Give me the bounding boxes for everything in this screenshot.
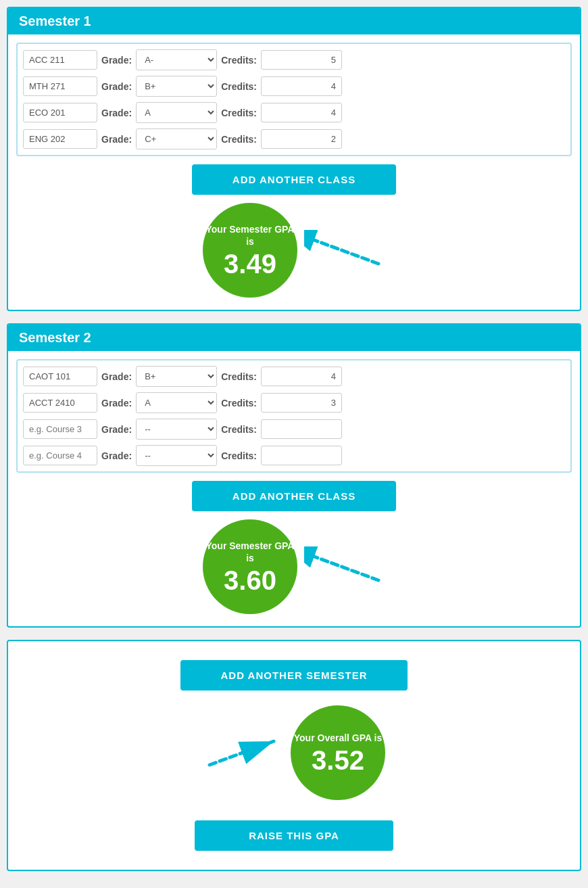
grade-select-s1-1[interactable]: A-A+AB+BB-C+CC-DF <box>136 49 217 70</box>
semester-2-gpa-section: Your Semester GPA is 3.60 <box>8 519 580 614</box>
credits-input-s1-1[interactable] <box>261 50 342 70</box>
credits-label-s2-1: Credits: <box>221 371 257 382</box>
credits-label-s1-4: Credits: <box>221 134 257 145</box>
grade-select-s2-4[interactable]: --A+AA-B+BB-C+CC-DF <box>136 445 217 466</box>
course-input-s2-3[interactable] <box>23 419 97 439</box>
course-input-s1-2[interactable] <box>23 76 97 96</box>
grade-select-s1-2[interactable]: B+A+AA-BB-C+CC-DF <box>136 76 217 97</box>
grade-label-s1-1: Grade: <box>101 55 132 66</box>
table-row: Grade: A-A+AB+BB-C+CC-DF Credits: <box>23 49 565 70</box>
semester-1-arrow <box>304 230 385 271</box>
semester-2-block: Semester 2 Grade: B+A+AA-BB-C+CC-DF Cred… <box>7 323 581 628</box>
semester-1-gpa-label: Your Semester GPA is <box>203 223 297 248</box>
semester-2-classes-container: Grade: B+A+AA-BB-C+CC-DF Credits: Grade:… <box>16 359 572 473</box>
credits-input-s1-3[interactable] <box>261 103 342 122</box>
overall-section: ADD ANOTHER SEMESTER Your Overall GPA is… <box>7 640 581 871</box>
semester-2-gpa-circle: Your Semester GPA is 3.60 <box>203 519 297 614</box>
table-row: Grade: B+A+AA-BB-C+CC-DF Credits: <box>23 76 565 97</box>
arrow-icon <box>304 230 385 271</box>
overall-gpa-section: Your Overall GPA is 3.52 <box>203 705 385 800</box>
grade-select-s2-1[interactable]: B+A+AA-BB-C+CC-DF <box>136 366 217 387</box>
course-input-s1-4[interactable] <box>23 129 97 149</box>
course-input-s1-3[interactable] <box>23 103 97 122</box>
grade-label-s2-3: Grade: <box>101 424 132 435</box>
credits-label-s1-1: Credits: <box>221 55 257 66</box>
course-input-s1-1[interactable] <box>23 50 97 70</box>
svg-line-3 <box>314 557 378 580</box>
raise-gpa-button[interactable]: RAISE THIS GPA <box>195 820 393 851</box>
table-row: Grade: AA+A-B+BB-C+CC-DF Credits: <box>23 102 565 123</box>
credits-input-s2-1[interactable] <box>261 367 342 386</box>
course-input-s2-4[interactable] <box>23 446 97 465</box>
credits-input-s1-4[interactable] <box>261 129 342 149</box>
course-input-s2-2[interactable] <box>23 393 97 413</box>
add-semester-button[interactable]: ADD ANOTHER SEMESTER <box>180 660 408 691</box>
semester-2-header: Semester 2 <box>8 325 580 351</box>
semester-1-gpa-circle: Your Semester GPA is 3.49 <box>203 203 297 298</box>
table-row: Grade: --A+AA-B+BB-C+CC-DF Credits: <box>23 445 565 466</box>
grade-select-s2-2[interactable]: AA+A-B+BB-C+CC-DF <box>136 392 217 413</box>
add-class-button-s2[interactable]: ADD ANOTHER CLASS <box>192 481 396 511</box>
overall-arrow-container <box>203 731 284 774</box>
semester-1-block: Semester 1 Grade: A-A+AB+BB-C+CC-DF Cred… <box>7 7 581 311</box>
credits-input-s2-2[interactable] <box>261 393 342 413</box>
table-row: Grade: --A+AA-B+BB-C+CC-DF Credits: <box>23 419 565 440</box>
semester-1-gpa-value: 3.49 <box>224 250 276 277</box>
semester-2-gpa-value: 3.60 <box>224 567 276 594</box>
overall-arrow-icon <box>203 731 284 772</box>
credits-label-s1-3: Credits: <box>221 108 257 118</box>
grade-label-s1-3: Grade: <box>101 108 132 118</box>
credits-label-s2-4: Credits: <box>221 450 257 461</box>
grade-label-s2-2: Grade: <box>101 398 132 408</box>
semester-2-arrow <box>304 546 385 587</box>
semester-1-title: Semester 1 <box>19 14 91 28</box>
table-row: Grade: AA+A-B+BB-C+CC-DF Credits: <box>23 392 565 413</box>
overall-gpa-circle: Your Overall GPA is 3.52 <box>291 705 385 800</box>
table-row: Grade: C+A+AA-B+BB-CC-DF Credits: <box>23 128 565 149</box>
credits-input-s1-2[interactable] <box>261 76 342 96</box>
overall-gpa-value: 3.52 <box>312 747 364 774</box>
table-row: Grade: B+A+AA-BB-C+CC-DF Credits: <box>23 366 565 387</box>
credits-label-s2-2: Credits: <box>221 398 257 408</box>
course-input-s2-1[interactable] <box>23 367 97 386</box>
grade-label-s1-2: Grade: <box>101 81 132 92</box>
credits-input-s2-3[interactable] <box>261 419 342 439</box>
svg-line-1 <box>314 240 378 264</box>
add-class-button-s1[interactable]: ADD ANOTHER CLASS <box>192 164 396 195</box>
overall-gpa-label: Your Overall GPA is <box>294 732 382 744</box>
grade-label-s2-4: Grade: <box>101 450 132 461</box>
semester-2-gpa-label: Your Semester GPA is <box>203 540 297 564</box>
semester-1-gpa-section: Your Semester GPA is 3.49 <box>8 203 580 298</box>
credits-label-s1-2: Credits: <box>221 81 257 92</box>
credits-label-s2-3: Credits: <box>221 424 257 435</box>
grade-label-s2-1: Grade: <box>101 371 132 382</box>
grade-label-s1-4: Grade: <box>101 134 132 145</box>
credits-input-s2-4[interactable] <box>261 446 342 465</box>
semester-1-classes-container: Grade: A-A+AB+BB-C+CC-DF Credits: Grade:… <box>16 43 572 156</box>
semester-1-header: Semester 1 <box>8 8 580 34</box>
arrow-icon <box>304 546 385 587</box>
grade-select-s1-3[interactable]: AA+A-B+BB-C+CC-DF <box>136 102 217 123</box>
semester-2-title: Semester 2 <box>19 330 91 345</box>
grade-select-s1-4[interactable]: C+A+AA-B+BB-CC-DF <box>136 128 217 149</box>
svg-line-5 <box>210 741 274 765</box>
grade-select-s2-3[interactable]: --A+AA-B+BB-C+CC-DF <box>136 419 217 440</box>
